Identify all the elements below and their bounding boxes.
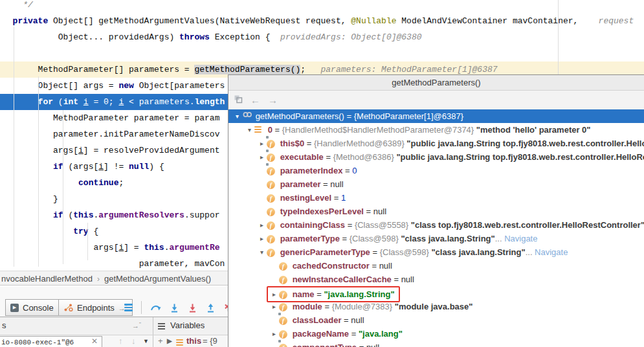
copy-value-icon[interactable] <box>234 95 243 106</box>
watch-result-icon <box>242 109 253 123</box>
step-over-button[interactable] <box>150 303 161 313</box>
filter-dropdown-icon[interactable]: ▼ <box>143 338 149 344</box>
tree-text: parameter <box>280 179 321 189</box>
tree-row[interactable]: f cachedConstructor = null <box>228 259 644 273</box>
field-icon: f <box>279 273 290 286</box>
add-watch-icon[interactable]: + <box>158 336 163 346</box>
tree-text: = <box>345 220 355 230</box>
tree-text: = <box>304 139 314 148</box>
chevron-down-icon[interactable]: ▾ <box>245 123 254 137</box>
field-icon: f <box>267 245 278 259</box>
indent-guide <box>38 76 39 267</box>
tree-text: {Class@598} <box>350 234 401 243</box>
step-out-button[interactable] <box>206 303 216 313</box>
tree-text: 0 <box>268 125 272 135</box>
tree-row[interactable]: ▸f parameterType = {Class@598} "class ja… <box>228 232 644 245</box>
tree-row[interactable]: ▾ getMethodParameters() = {MethodParamet… <box>228 109 644 123</box>
tree-text: = <box>272 125 282 135</box>
value-icon <box>254 125 265 134</box>
evaluation-tree: ▾ getMethodParameters() = {MethodParamet… <box>228 109 644 347</box>
frames-panel-header: s <box>2 320 6 330</box>
tab-endpoints[interactable]: Endpoints →" <box>58 299 133 316</box>
tree-text: "java.lang" <box>359 329 403 339</box>
tree-row[interactable]: f typeIndexesPerLevel = null <box>228 205 644 218</box>
field-icon: f <box>279 287 290 301</box>
chevron-right-icon[interactable]: ▸ <box>269 327 279 341</box>
step-into-button[interactable] <box>170 303 179 313</box>
chevron-right-icon[interactable]: ▸ <box>257 218 267 232</box>
tree-text: {Class@598} <box>380 247 432 257</box>
field-icon: f <box>267 218 278 232</box>
chevron-right-icon[interactable]: ▸ <box>257 150 267 164</box>
tree-row[interactable]: f nestingLevel = 1 <box>228 191 644 205</box>
tree-row[interactable]: ▸f name = "java.lang.String" <box>228 286 644 300</box>
navigate-link[interactable]: Navigate <box>533 247 568 257</box>
back-arrow-icon[interactable]: ← <box>250 95 260 105</box>
tree-row[interactable]: f classLoader = null <box>228 313 644 327</box>
tree-text: = null <box>357 342 379 347</box>
tree-text: genericParameterType <box>280 247 370 257</box>
tree-row[interactable]: f parameter = null <box>228 177 644 191</box>
tree-text: {HandlerMethod$HandlerMethodParameter@73… <box>282 125 476 135</box>
tree-text: = <box>370 247 380 257</box>
tree-text: name <box>293 289 315 299</box>
field-icon: f <box>267 205 278 218</box>
variable-this[interactable]: this <box>186 336 201 346</box>
tree-row[interactable]: ▾ 0 = {HandlerMethod$HandlerMethodParame… <box>228 123 644 137</box>
tree-text: = <box>322 302 332 311</box>
tree-row[interactable]: ▸f this$0 = {HandlerMethod@6389} "public… <box>228 137 644 150</box>
variables-menu-icon[interactable] <box>158 322 165 331</box>
tree-text: "class top.fjy8018.web.rest.controller.H… <box>411 220 644 230</box>
tree-row[interactable]: ▸f packageName = "java.lang" <box>228 327 644 341</box>
tree-row[interactable]: f componentType = null <box>228 341 644 347</box>
tree-row[interactable]: ▸f executable = {Method@6386} "public ja… <box>228 150 644 164</box>
field-icon: f <box>267 150 278 164</box>
chevron-right-icon[interactable]: ▸ <box>257 137 267 150</box>
tree-text: packageName <box>293 329 349 339</box>
panel-splitter[interactable] <box>153 317 153 335</box>
tree-row[interactable]: ▸f containingClass = {Class@5558} "class… <box>228 218 644 232</box>
tree-row[interactable]: f newInstanceCallerCache = null <box>228 273 644 286</box>
tree-text: = null <box>364 207 386 216</box>
up-arrow-icon[interactable]: ↑ <box>118 336 123 346</box>
navigate-link[interactable]: Navigate <box>502 234 538 243</box>
field-icon: f <box>267 177 278 191</box>
tree-text: = null <box>392 274 414 284</box>
endpoints-icon <box>63 303 73 312</box>
tree-text: componentType <box>293 342 357 347</box>
tree-text: = null <box>342 315 364 325</box>
tree-text: 1 <box>341 193 346 203</box>
chevron-right-icon[interactable]: ▸ <box>269 287 279 301</box>
tree-text: getMethodParameters() = {MethodParameter… <box>256 111 463 121</box>
tree-text: cachedConstructor <box>293 261 370 271</box>
tree-text: = null <box>321 179 344 189</box>
tree-text: "public java.lang.String top.fjy8018.web… <box>396 152 644 162</box>
tree-text: = <box>342 166 352 175</box>
field-icon: f <box>279 313 290 327</box>
tree-text: parameterType <box>280 234 340 243</box>
tree-row[interactable]: f parameterIndex = 0 <box>228 164 644 177</box>
close-icon[interactable]: ✕ <box>91 337 98 346</box>
forward-arrow-icon[interactable]: → <box>268 95 278 105</box>
force-step-into-button[interactable] <box>188 303 197 313</box>
float-arrow-icon: →" <box>132 321 141 330</box>
panel-splitter <box>153 335 153 347</box>
field-icon: f <box>279 300 290 313</box>
chevron-down-icon[interactable]: ▾ <box>232 109 242 123</box>
breadcrumb-method[interactable]: getMethodArgumentValues() <box>104 274 211 284</box>
breadcrumb-class[interactable]: nvocableHandlerMethod <box>1 274 93 284</box>
console-icon: ▶ <box>10 304 19 312</box>
field-icon: f <box>267 232 278 245</box>
down-arrow-icon[interactable]: ↓ <box>131 336 136 346</box>
indent-guide <box>87 223 88 260</box>
code-line: Object... providedArgs) throws Exception… <box>0 29 644 45</box>
tree-text: {Class@5558} <box>355 220 411 230</box>
thread-selector[interactable]: io-8080-exec-1"@6 <box>0 336 102 347</box>
chevron-right-icon[interactable]: ▶ <box>167 337 172 344</box>
debug-menu-icon[interactable] <box>124 302 133 313</box>
chevron-down-icon[interactable]: ▾ <box>257 245 267 259</box>
popup-title: getMethodParameters() <box>228 75 644 91</box>
variable-this-value: = {9 <box>203 336 217 346</box>
chevron-right-icon[interactable]: ▸ <box>257 232 267 245</box>
tree-row[interactable]: ▾f genericParameterType = {Class@598} "c… <box>228 245 644 259</box>
